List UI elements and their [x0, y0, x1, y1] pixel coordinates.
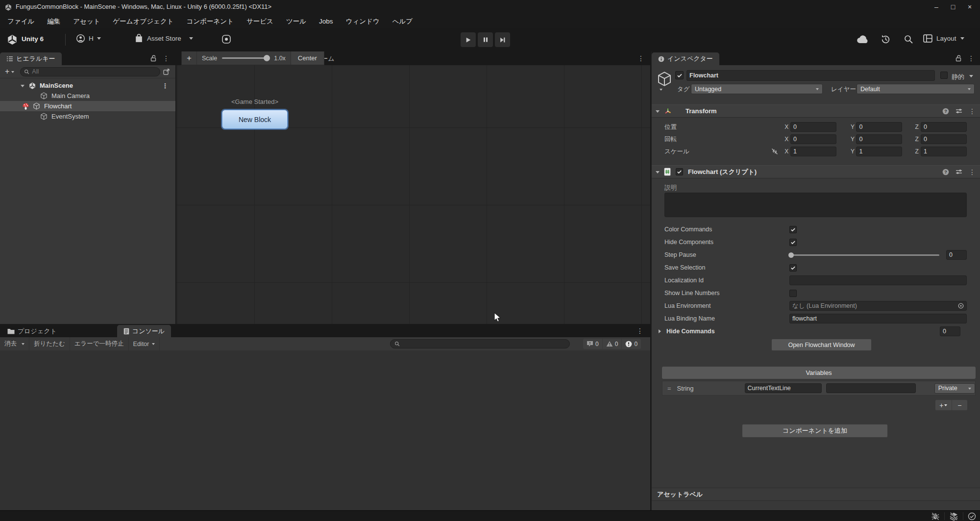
menu-services[interactable]: サービス: [240, 15, 280, 28]
menu-gameobject[interactable]: ゲームオブジェクト: [107, 15, 180, 28]
menu-help[interactable]: ヘルプ: [386, 15, 419, 28]
step-pause-field[interactable]: [946, 250, 967, 260]
flowchart-component-header[interactable]: Flowchart (スクリプト) ? ⋮: [652, 165, 980, 178]
collab-disabled-icon[interactable]: [949, 512, 958, 521]
tab-hierarchy[interactable]: ヒエラルキー: [0, 52, 62, 65]
rotation-x-field[interactable]: [790, 134, 836, 144]
create-object-button[interactable]: +: [5, 67, 14, 76]
console-search-input[interactable]: [402, 340, 559, 348]
hide-commands-size-field[interactable]: [940, 326, 960, 336]
hierarchy-row-eventsystem[interactable]: EventSystem: [0, 111, 175, 122]
add-block-button[interactable]: +: [182, 51, 197, 65]
layout-dropdown[interactable]: Layout: [923, 34, 964, 43]
menu-edit[interactable]: 編集: [41, 15, 67, 28]
tab-project[interactable]: プロジェクト: [1, 325, 63, 338]
color-commands-checkbox[interactable]: [789, 226, 797, 233]
kebab-menu-icon[interactable]: ⋮: [968, 55, 975, 62]
center-button[interactable]: Center: [291, 51, 324, 65]
presets-icon[interactable]: [956, 108, 962, 114]
flowchart-block-new-block[interactable]: New Block: [222, 110, 288, 129]
variable-value-field[interactable]: [826, 383, 916, 393]
hierarchy-row-mainscene[interactable]: MainScene ⋮: [0, 80, 175, 91]
background-tasks-icon[interactable]: [968, 512, 976, 521]
flowchart-canvas[interactable]: <Game Started> New Block: [176, 65, 650, 324]
component-enabled-checkbox[interactable]: [676, 168, 683, 175]
asset-store-dropdown[interactable]: Asset Store: [135, 34, 193, 43]
rotation-z-field[interactable]: [921, 134, 967, 144]
tab-console[interactable]: コンソール: [117, 325, 171, 338]
help-icon[interactable]: ?: [942, 108, 949, 115]
hide-components-checkbox[interactable]: [789, 239, 797, 246]
menu-window[interactable]: ウィンドウ: [340, 15, 386, 28]
save-selection-checkbox[interactable]: [789, 264, 797, 272]
foldout-closed-icon[interactable]: [659, 329, 663, 333]
gameobject-name-field[interactable]: [686, 70, 935, 81]
console-search-field[interactable]: [390, 339, 570, 348]
lock-icon[interactable]: [150, 55, 157, 62]
menu-assets[interactable]: アセット: [67, 15, 106, 28]
info-count-toggle[interactable]: 0: [583, 339, 602, 349]
hierarchy-search-field[interactable]: [20, 67, 160, 76]
localization-id-field[interactable]: [789, 275, 967, 285]
variable-row[interactable]: = String Private: [662, 381, 976, 396]
kebab-menu-icon[interactable]: ⋮: [969, 169, 976, 175]
pause-button[interactable]: [478, 32, 493, 47]
kebab-menu-icon[interactable]: ⋮: [637, 327, 643, 334]
hide-commands-row[interactable]: Hide Commands: [657, 325, 967, 338]
description-textarea[interactable]: [664, 193, 967, 217]
tab-inspector[interactable]: インスペクター: [652, 52, 719, 65]
step-pause-slider[interactable]: [789, 254, 939, 256]
error-pause-toggle[interactable]: エラーで一時停止: [70, 337, 129, 350]
kebab-menu-icon[interactable]: ⋮: [162, 82, 169, 89]
play-button[interactable]: [461, 32, 476, 47]
foldout-open-icon[interactable]: [21, 85, 24, 89]
close-button[interactable]: ×: [961, 1, 978, 13]
debug-disabled-icon[interactable]: [931, 512, 940, 521]
hierarchy-row-flowchart[interactable]: Flowchart: [0, 101, 175, 111]
kebab-menu-icon[interactable]: ⋮: [969, 108, 976, 115]
variable-name-field[interactable]: [745, 383, 822, 393]
add-component-button[interactable]: コンポーネントを追加: [742, 424, 888, 438]
chevron-down-icon[interactable]: [660, 89, 662, 92]
lua-environment-object-field[interactable]: なし (Lua Environment): [789, 301, 967, 311]
menu-file[interactable]: ファイル: [1, 15, 41, 28]
position-z-field[interactable]: [921, 122, 967, 132]
step-button[interactable]: [495, 32, 510, 47]
kebab-menu-icon[interactable]: ⋮: [163, 55, 170, 62]
position-x-field[interactable]: [790, 122, 836, 132]
search-icon[interactable]: [904, 34, 913, 44]
clear-button[interactable]: 消去: [0, 337, 20, 350]
picker-icon[interactable]: [163, 69, 170, 75]
lock-icon[interactable]: [956, 55, 962, 62]
rotation-y-field[interactable]: [856, 134, 902, 144]
history-icon[interactable]: [881, 34, 891, 45]
clear-dropdown-button[interactable]: [20, 337, 29, 350]
static-checkbox[interactable]: [940, 72, 948, 79]
link-off-icon[interactable]: [771, 148, 785, 155]
lua-binding-name-field[interactable]: [789, 314, 967, 323]
position-y-field[interactable]: [856, 122, 902, 132]
error-count-toggle[interactable]: 0: [622, 339, 641, 349]
scale-z-field[interactable]: [921, 147, 967, 156]
slider-thumb[interactable]: [788, 252, 794, 258]
gameobject-enabled-checkbox[interactable]: [675, 71, 684, 79]
menu-jobs[interactable]: Jobs: [313, 15, 340, 28]
collapse-toggle[interactable]: 折りたたむ: [29, 337, 70, 350]
variables-header[interactable]: Variables: [662, 367, 976, 379]
cloud-icon[interactable]: [857, 35, 869, 44]
menu-tools[interactable]: ツール: [280, 15, 313, 28]
scale-x-field[interactable]: [790, 147, 836, 156]
transform-header[interactable]: Transform ? ⋮: [652, 104, 980, 118]
asset-labels-header[interactable]: アセットラベル: [652, 488, 980, 501]
foldout-open-icon[interactable]: [656, 110, 660, 115]
maximize-button[interactable]: □: [945, 1, 961, 13]
version-control-icon[interactable]: [221, 34, 231, 44]
account-dropdown[interactable]: H: [76, 34, 101, 43]
presets-icon[interactable]: [956, 169, 962, 175]
editor-dropdown[interactable]: Editor: [129, 337, 160, 350]
chevron-down-icon[interactable]: [969, 75, 973, 79]
object-picker-icon[interactable]: [958, 303, 964, 309]
scale-y-field[interactable]: [856, 147, 902, 156]
kebab-menu-icon[interactable]: ⋮: [637, 55, 644, 62]
show-line-numbers-checkbox[interactable]: [789, 290, 797, 297]
